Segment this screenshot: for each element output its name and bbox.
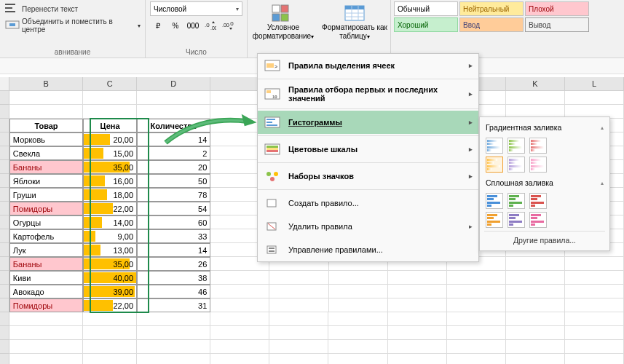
databar-thumb[interactable] xyxy=(486,212,503,228)
cell-product[interactable]: Помидоры xyxy=(9,202,83,215)
cell-product[interactable]: Яблоки xyxy=(9,174,83,188)
menu-color-scales[interactable]: Цветовые шкалы ▸ xyxy=(258,138,478,161)
cell-qty[interactable]: 14 xyxy=(137,132,210,146)
wrap-text-button[interactable]: Перенести текст xyxy=(4,1,141,16)
cell-qty[interactable]: 2 xyxy=(137,146,210,160)
cell-product[interactable]: Свекла xyxy=(9,146,83,160)
style-normal[interactable]: Обычный xyxy=(394,1,458,16)
databar-thumb[interactable] xyxy=(486,138,503,154)
style-neutral[interactable]: Нейтральный xyxy=(459,1,524,16)
cell-product[interactable]: Бананы xyxy=(9,257,83,271)
merge-center-button[interactable]: Объединить и поместить в центре ▾ xyxy=(4,17,141,33)
style-output[interactable]: Вывод xyxy=(525,17,589,32)
cell-price[interactable]: 22,00 xyxy=(83,298,137,312)
gradient-fill-header: Градиентная заливка▴ xyxy=(484,120,605,135)
header-price[interactable]: Цена xyxy=(83,119,137,132)
cell-price[interactable]: 35,00 xyxy=(83,257,137,271)
cell-qty[interactable]: 60 xyxy=(137,215,210,229)
svg-rect-11 xyxy=(272,14,280,21)
databar-thumb[interactable] xyxy=(529,193,547,209)
table-row[interactable]: Авокадо39,0046 xyxy=(0,285,624,298)
cell-qty[interactable]: 38 xyxy=(137,271,210,285)
svg-rect-12 xyxy=(281,14,288,21)
cell-product[interactable]: Груши xyxy=(9,188,83,202)
col-header-L[interactable]: L xyxy=(565,77,624,90)
increase-decimal-button[interactable]: .0.00 xyxy=(202,18,218,33)
menu-top-bottom-rules[interactable]: 10 Правила отбора первых и последних зна… xyxy=(258,81,478,107)
percent-button[interactable]: % xyxy=(167,18,183,33)
svg-rect-31 xyxy=(266,146,278,148)
chevron-right-icon: ▸ xyxy=(469,119,473,126)
cell-product[interactable]: Лук xyxy=(9,243,83,257)
databar-thumb[interactable] xyxy=(508,138,525,154)
databar-thumb[interactable] xyxy=(508,157,525,173)
databar-thumb[interactable] xyxy=(529,157,547,173)
wrap-text-label: Перенести текст xyxy=(22,5,78,13)
cell-price[interactable]: 15,00 xyxy=(83,146,137,160)
menu-data-bars[interactable]: Гистограммы ▸ xyxy=(258,111,478,134)
style-input[interactable]: Ввод xyxy=(459,17,524,32)
comma-style-button[interactable]: 000 xyxy=(185,18,201,33)
format-as-table-button[interactable]: Форматировать как таблицу▾ xyxy=(319,1,390,41)
cell-price[interactable]: 9,00 xyxy=(83,229,137,243)
more-rules-button[interactable]: Другие правила... xyxy=(484,231,605,248)
col-header-B[interactable]: B xyxy=(9,77,83,90)
cell-qty[interactable]: 46 xyxy=(137,285,210,298)
cell-price[interactable]: 14,00 xyxy=(83,215,137,229)
menu-clear-rules[interactable]: Удалить правила ▸ xyxy=(258,215,478,238)
cell-price[interactable]: 39,00 xyxy=(83,285,137,298)
cell-qty[interactable]: 33 xyxy=(137,229,210,243)
chevron-right-icon: ▸ xyxy=(469,62,473,69)
col-header-C[interactable]: C xyxy=(83,77,137,90)
svg-text:.0: .0 xyxy=(205,22,210,28)
cell-price[interactable]: 13,00 xyxy=(83,243,137,257)
menu-new-rule[interactable]: Создать правило... xyxy=(258,191,478,215)
menu-manage-rules[interactable]: Управление правилами... xyxy=(258,238,478,261)
style-bad[interactable]: Плохой xyxy=(525,1,589,16)
cell-qty[interactable]: 78 xyxy=(137,188,210,202)
cell-product[interactable]: Авокадо xyxy=(9,285,83,298)
cell-qty[interactable]: 54 xyxy=(137,202,210,215)
menu-icon-sets[interactable]: Наборы значков ▸ xyxy=(258,165,478,188)
cell-price[interactable]: 35,00 xyxy=(83,160,137,174)
cell-price[interactable]: 20,00 xyxy=(83,132,137,146)
cell-qty[interactable]: 50 xyxy=(137,174,210,188)
header-qty[interactable]: Количество xyxy=(137,119,210,132)
cell-qty[interactable]: 14 xyxy=(137,243,210,257)
databar-thumb[interactable] xyxy=(486,157,503,173)
cell-product[interactable]: Картофель xyxy=(9,229,83,243)
cell-product[interactable]: Морковь xyxy=(9,132,83,146)
table-row[interactable]: Помидоры22,0031 xyxy=(0,298,624,312)
cell-qty[interactable]: 26 xyxy=(137,257,210,271)
cell-qty[interactable]: 31 xyxy=(137,298,210,312)
cell-price[interactable]: 18,00 xyxy=(83,188,137,202)
col-header-D[interactable]: D xyxy=(137,77,210,90)
manage-rules-icon xyxy=(264,242,281,257)
currency-button[interactable]: ₽ xyxy=(150,18,166,33)
svg-text:10: 10 xyxy=(272,95,277,99)
menu-highlight-rules[interactable]: > Правила выделения ячеек ▸ xyxy=(258,54,478,77)
cell-price[interactable]: 22,00 xyxy=(83,202,137,215)
svg-rect-0 xyxy=(5,4,15,5)
databar-thumb[interactable] xyxy=(508,212,525,228)
databar-thumb[interactable] xyxy=(529,138,547,154)
cell-product[interactable]: Помидоры xyxy=(9,298,83,312)
col-header-K[interactable]: K xyxy=(506,77,565,90)
databar-thumb[interactable] xyxy=(529,212,547,228)
header-tovar[interactable]: Товар xyxy=(9,119,83,132)
cell-product[interactable]: Огурцы xyxy=(9,215,83,229)
table-row[interactable]: Киви40,0038 xyxy=(0,271,624,285)
cell-qty[interactable]: 20 xyxy=(137,160,210,174)
merge-center-label: Объединить и поместить в центре xyxy=(22,17,136,33)
conditional-formatting-button[interactable]: Условное форматирование▾ xyxy=(248,1,319,41)
databar-thumb[interactable] xyxy=(486,193,503,209)
style-good[interactable]: Хороший xyxy=(394,17,458,32)
decrease-decimal-button[interactable]: .00.0 xyxy=(220,18,236,33)
number-format-combo[interactable]: Числовой ▾ xyxy=(150,1,242,16)
databar-thumb[interactable] xyxy=(508,193,525,209)
cell-product[interactable]: Бананы xyxy=(9,160,83,174)
cell-price[interactable]: 40,00 xyxy=(83,271,137,285)
cell-price[interactable]: 16,00 xyxy=(83,174,137,188)
new-rule-icon xyxy=(264,196,281,210)
cell-product[interactable]: Киви xyxy=(9,271,83,285)
